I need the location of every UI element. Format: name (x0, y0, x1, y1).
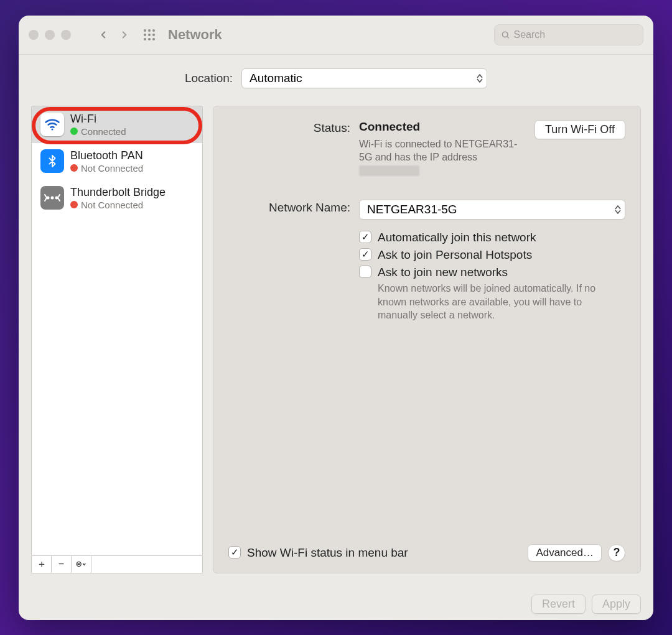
ask-new-checkbox-row[interactable]: Ask to join new networks Known networks … (359, 266, 625, 322)
svg-point-5 (152, 34, 155, 36)
status-label: Status: (228, 120, 350, 135)
svg-point-4 (148, 34, 151, 36)
status-dot-icon (70, 127, 78, 135)
auto-join-label: Automatically join this network (378, 231, 536, 244)
forward-button[interactable] (116, 26, 133, 44)
traffic-lights (29, 30, 71, 40)
status-description: Wi-Fi is connected to NETGEAR31-5G and h… (359, 137, 526, 178)
service-bluetooth-pan[interactable]: Bluetooth PAN Not Connected (32, 143, 202, 180)
svg-point-11 (52, 129, 54, 131)
service-status: Connected (81, 126, 126, 137)
titlebar: Network (19, 16, 653, 54)
ip-address-redacted: 000.000.0.00 (359, 165, 419, 176)
show-menubar-checkbox[interactable]: ✓ (228, 546, 241, 559)
service-name: Wi-Fi (70, 113, 126, 126)
select-stepper-icon (477, 74, 483, 83)
service-name: Thunderbolt Bridge (70, 186, 166, 199)
svg-point-3 (144, 34, 146, 36)
svg-point-8 (152, 38, 155, 40)
service-wifi[interactable]: Wi-Fi Connected (32, 106, 202, 143)
location-select[interactable]: Automatic (241, 68, 487, 88)
ask-personal-checkbox[interactable]: ✓ (359, 248, 371, 261)
status-dot-icon (70, 201, 78, 208)
ask-new-hint: Known networks will be joined automatica… (378, 282, 602, 322)
toggle-wifi-button[interactable]: Turn Wi-Fi Off (534, 120, 625, 139)
svg-point-13 (52, 197, 54, 199)
service-thunderbolt-bridge[interactable]: Thunderbolt Bridge Not Connected (32, 180, 202, 216)
services-sidebar: Wi-Fi Connected Bluetooth PAN Not Connec… (31, 106, 203, 573)
ask-new-label: Ask to join new networks (378, 266, 602, 279)
status-value: Connected (359, 120, 526, 134)
ask-personal-checkbox-row[interactable]: ✓ Ask to join Personal Hotspots (359, 248, 625, 262)
show-all-icon[interactable] (143, 29, 156, 41)
svg-line-10 (507, 36, 509, 38)
thunderbolt-bridge-icon (40, 186, 64, 210)
location-row: Location: Automatic (19, 55, 653, 106)
apply-button[interactable]: Apply (592, 595, 641, 614)
network-name-label: Network Name: (228, 200, 350, 215)
revert-button[interactable]: Revert (531, 595, 586, 614)
ask-new-checkbox[interactable] (359, 266, 371, 278)
service-status: Not Connected (81, 163, 143, 174)
wifi-icon (40, 113, 64, 136)
svg-point-1 (148, 29, 151, 32)
show-menubar-label: Show Wi-Fi status in menu bar (247, 546, 408, 560)
svg-point-9 (502, 32, 507, 37)
advanced-button[interactable]: Advanced… (528, 544, 602, 562)
bluetooth-icon (40, 149, 64, 173)
location-label: Location: (185, 72, 233, 85)
svg-point-2 (152, 29, 155, 32)
footer: Revert Apply (19, 586, 653, 620)
minimize-window-button[interactable] (45, 30, 55, 40)
network-name-select[interactable]: NETGEAR31-5G (359, 200, 625, 220)
ask-personal-label: Ask to join Personal Hotspots (378, 248, 532, 262)
remove-service-button[interactable]: − (52, 556, 72, 573)
location-value: Automatic (250, 72, 302, 85)
toolbar-spacer (91, 556, 202, 573)
network-preferences-window: Network Location: Automatic (19, 16, 653, 620)
window-title: Network (168, 27, 222, 43)
show-menubar-checkbox-row[interactable]: ✓ Show Wi-Fi status in menu bar (228, 546, 408, 560)
add-service-button[interactable]: ＋ (32, 556, 52, 573)
search-icon (501, 30, 510, 40)
svg-point-18 (79, 563, 80, 564)
network-name-value: NETGEAR31-5G (367, 203, 457, 216)
service-name: Bluetooth PAN (70, 149, 143, 162)
help-button[interactable]: ? (608, 544, 625, 562)
services-list: Wi-Fi Connected Bluetooth PAN Not Connec… (31, 106, 203, 556)
detail-panel: Status: Connected Wi-Fi is connected to … (213, 106, 641, 573)
content: Wi-Fi Connected Bluetooth PAN Not Connec… (19, 106, 653, 586)
auto-join-checkbox-row[interactable]: ✓ Automatically join this network (359, 231, 625, 244)
status-dot-icon (70, 164, 78, 172)
select-stepper-icon (615, 205, 621, 214)
search-field[interactable] (494, 24, 643, 45)
svg-point-0 (144, 29, 146, 32)
search-input[interactable] (514, 29, 637, 40)
close-window-button[interactable] (29, 30, 39, 40)
back-button[interactable] (95, 26, 112, 44)
svg-point-7 (148, 38, 151, 40)
auto-join-checkbox[interactable]: ✓ (359, 231, 371, 243)
service-status: Not Connected (81, 200, 143, 210)
service-action-menu[interactable] (72, 556, 91, 573)
zoom-window-button[interactable] (61, 30, 71, 40)
services-toolbar: ＋ − (31, 556, 203, 573)
svg-point-6 (144, 38, 146, 40)
